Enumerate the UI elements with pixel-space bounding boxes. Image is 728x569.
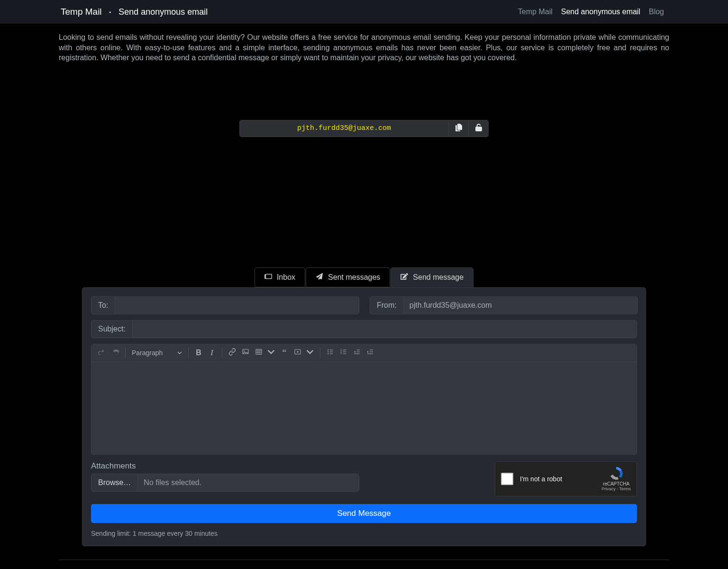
copy-email-button[interactable] bbox=[449, 120, 469, 137]
compose-panel: To: From: Subject: Paragraph bbox=[82, 287, 646, 546]
recaptcha-label: I'm not a robot bbox=[520, 475, 562, 483]
tab-label: Send message bbox=[413, 273, 464, 282]
recaptcha-logo-icon bbox=[608, 466, 624, 480]
topbar-left: Temp Mail ▪ Send anonymous email bbox=[61, 7, 208, 17]
bold-icon: B bbox=[196, 349, 201, 357]
svg-point-1 bbox=[244, 350, 245, 351]
sending-limit: Sending limit: 1 message every 30 minute… bbox=[91, 530, 637, 537]
title-separator: ▪ bbox=[109, 9, 111, 15]
generated-email-box: pjth.furdd35@juaxe.com bbox=[239, 120, 489, 137]
section-divider bbox=[59, 560, 669, 560]
tab-label: Sent messages bbox=[328, 273, 380, 282]
svg-point-5 bbox=[328, 351, 328, 352]
svg-point-6 bbox=[328, 353, 328, 354]
subject-field-group: Subject: bbox=[91, 320, 637, 338]
redo-button[interactable] bbox=[109, 346, 122, 359]
table-icon bbox=[255, 348, 263, 358]
media-icon bbox=[294, 348, 301, 358]
recaptcha-widget: I'm not a robot reCAPTCHA Privacy - Term… bbox=[495, 461, 637, 496]
recaptcha-checkbox[interactable] bbox=[501, 473, 513, 485]
tab-sent[interactable]: Sent messages bbox=[306, 267, 390, 287]
link-button[interactable] bbox=[226, 346, 239, 359]
brand[interactable]: Temp Mail bbox=[61, 7, 102, 17]
editor-toolbar: Paragraph B I “ 123 bbox=[91, 344, 637, 362]
edit-icon bbox=[400, 273, 408, 282]
editor-body[interactable] bbox=[91, 362, 637, 454]
tab-inbox[interactable]: Inbox bbox=[255, 267, 305, 287]
image-icon bbox=[242, 348, 249, 358]
compose-tabs: Inbox Sent messages Send message bbox=[59, 267, 669, 287]
paper-plane-icon bbox=[316, 273, 323, 282]
svg-rect-2 bbox=[256, 349, 262, 355]
bulleted-list-icon bbox=[327, 348, 334, 358]
unlock-icon bbox=[475, 124, 482, 133]
recaptcha-brand: reCAPTCHA bbox=[601, 481, 631, 486]
subject-label: Subject: bbox=[91, 320, 132, 338]
rich-text-editor: Paragraph B I “ 123 bbox=[91, 344, 637, 455]
chevron-down-icon bbox=[267, 348, 275, 358]
nav-blog[interactable]: Blog bbox=[649, 8, 664, 16]
to-field-group: To: bbox=[91, 296, 359, 314]
nav-send-anonymous[interactable]: Send anonymous email bbox=[561, 8, 640, 16]
paragraph-label: Paragraph bbox=[132, 349, 163, 357]
indent-button[interactable] bbox=[364, 346, 377, 359]
recaptcha-terms[interactable]: Privacy - Terms bbox=[601, 486, 631, 491]
nav-temp-mail[interactable]: Temp Mail bbox=[518, 8, 553, 16]
top-nav: Temp Mail Send anonymous email Blog bbox=[518, 8, 664, 16]
chevron-down-icon bbox=[306, 348, 314, 358]
bulleted-list-button[interactable] bbox=[324, 346, 337, 359]
from-input[interactable] bbox=[403, 296, 638, 314]
outdent-button[interactable] bbox=[350, 346, 364, 359]
recaptcha-branding: reCAPTCHA Privacy - Terms bbox=[601, 466, 631, 491]
from-field-group: From: bbox=[370, 296, 638, 314]
unlock-email-button[interactable] bbox=[469, 120, 489, 137]
to-label: To: bbox=[91, 296, 115, 314]
top-bar: Temp Mail ▪ Send anonymous email Temp Ma… bbox=[0, 0, 728, 24]
tab-label: Inbox bbox=[277, 273, 295, 282]
from-label: From: bbox=[370, 296, 403, 314]
chevron-down-icon bbox=[177, 349, 182, 357]
file-picker: Browse… No files selected. bbox=[91, 474, 359, 492]
outdent-icon bbox=[353, 348, 361, 358]
copy-icon bbox=[455, 124, 463, 133]
subject-input[interactable] bbox=[132, 320, 637, 338]
blockquote-button[interactable]: “ bbox=[278, 346, 291, 359]
media-dropdown[interactable] bbox=[303, 346, 317, 359]
media-button[interactable] bbox=[291, 346, 304, 359]
tab-send-message[interactable]: Send message bbox=[391, 267, 473, 287]
undo-button[interactable] bbox=[95, 346, 109, 359]
italic-icon: I bbox=[210, 348, 213, 358]
file-status: No files selected. bbox=[137, 474, 359, 492]
page-title: Send anonymous email bbox=[118, 7, 208, 17]
svg-point-4 bbox=[328, 349, 328, 350]
intro-paragraph: Looking to send emails without revealing… bbox=[59, 24, 669, 63]
paragraph-dropdown[interactable]: Paragraph bbox=[129, 347, 185, 358]
image-button[interactable] bbox=[239, 346, 252, 359]
link-icon bbox=[228, 348, 236, 358]
indent-icon bbox=[366, 348, 374, 358]
browse-button[interactable]: Browse… bbox=[91, 474, 137, 492]
to-input[interactable] bbox=[115, 296, 359, 314]
italic-button[interactable]: I bbox=[205, 346, 218, 359]
redo-icon bbox=[111, 348, 119, 358]
send-message-button[interactable]: Send Message bbox=[91, 504, 637, 523]
svg-text:3: 3 bbox=[340, 353, 342, 355]
bold-button[interactable]: B bbox=[192, 346, 205, 359]
attachments-label: Attachments bbox=[91, 461, 359, 471]
table-button[interactable] bbox=[252, 346, 265, 359]
undo-icon bbox=[98, 348, 106, 358]
numbered-list-icon: 123 bbox=[340, 348, 347, 358]
inbox-icon bbox=[264, 273, 272, 282]
generated-email-field[interactable]: pjth.furdd35@juaxe.com bbox=[239, 120, 449, 137]
numbered-list-button[interactable]: 123 bbox=[337, 346, 350, 359]
attachments-section: Attachments Browse… No files selected. bbox=[91, 461, 359, 492]
table-dropdown[interactable] bbox=[264, 346, 278, 359]
quote-icon: “ bbox=[282, 350, 287, 355]
